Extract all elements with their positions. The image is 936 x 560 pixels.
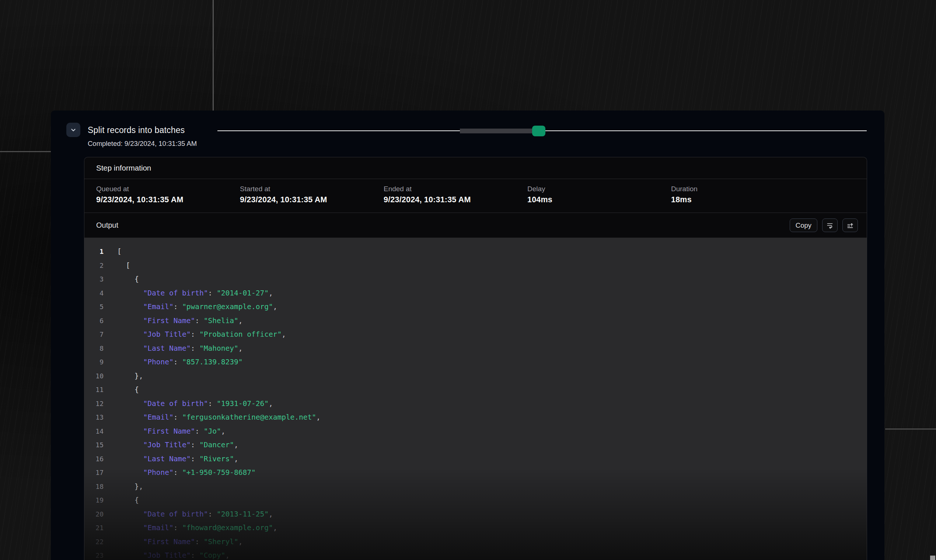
meta-label: Delay <box>527 185 671 194</box>
screen: Split records into batches Completed: 9/… <box>0 0 936 560</box>
scroll-top-icon <box>847 222 854 229</box>
meta-started-at: Started at 9/23/2024, 10:31:35 AM <box>240 185 383 212</box>
meta-label: Queued at <box>96 185 240 194</box>
code-line: 4 "Date of birth": "2014-01-27", <box>85 286 867 300</box>
meta-label: Ended at <box>383 185 527 194</box>
code-line: 21 "Email": "fhoward@example.org", <box>85 521 867 535</box>
code-line: 1[ <box>85 245 867 258</box>
code-block: 1[2 [3 {4 "Date of birth": "2014-01-27",… <box>85 245 867 560</box>
output-header-bar: Output Copy <box>85 213 867 238</box>
code-line: 12 "Date of birth": "1931-07-26", <box>85 397 867 411</box>
code-line: 14 "First Name": "Jo", <box>85 425 867 438</box>
run-timeline-segment <box>460 129 532 133</box>
code-line: 22 "First Name": "Sheryl", <box>85 535 867 549</box>
output-title: Output <box>96 221 118 229</box>
code-line: 16 "Last Name": "Rivers", <box>85 452 867 466</box>
code-line: 8 "Last Name": "Mahoney", <box>85 342 867 355</box>
output-actions: Copy <box>790 218 858 232</box>
meta-value: 18ms <box>671 195 815 205</box>
collapse-step-button[interactable] <box>66 123 80 137</box>
meta-label: Duration <box>671 185 815 194</box>
copy-button-label: Copy <box>796 222 811 229</box>
code-line: 5 "Email": "pwarner@example.org", <box>85 300 867 314</box>
copy-button[interactable]: Copy <box>790 218 817 232</box>
meta-duration: Duration 18ms <box>671 185 815 212</box>
meta-delay: Delay 104ms <box>527 185 671 212</box>
code-line: 3 { <box>85 272 867 286</box>
code-line: 11 { <box>85 383 867 397</box>
meta-queued-at: Queued at 9/23/2024, 10:31:35 AM <box>96 185 240 212</box>
step-info-title: Step information <box>96 163 151 172</box>
code-line: 9 "Phone": "857.139.8239" <box>85 355 867 369</box>
step-information-card: Step information Queued at 9/23/2024, 10… <box>84 157 867 560</box>
meta-label: Started at <box>240 185 383 194</box>
background-horizontal-line-left <box>0 151 51 152</box>
code-line: 7 "Job Title": "Probation officer", <box>85 328 867 342</box>
wrap-text-button[interactable] <box>822 218 837 232</box>
step-info-meta-row: Queued at 9/23/2024, 10:31:35 AM Started… <box>85 179 867 213</box>
chevron-down-icon <box>70 127 77 133</box>
scroll-top-button[interactable] <box>842 218 858 232</box>
step-title: Split records into batches <box>88 125 185 135</box>
code-line: 15 "Job Title": "Dancer", <box>85 438 867 452</box>
meta-value: 9/23/2024, 10:31:35 AM <box>240 195 383 205</box>
step-detail-panel: Split records into batches Completed: 9/… <box>51 111 884 560</box>
run-timeline-handle[interactable] <box>532 126 545 136</box>
code-line: 19 { <box>85 493 867 507</box>
meta-value: 104ms <box>527 195 671 205</box>
meta-value: 9/23/2024, 10:31:35 AM <box>383 195 527 205</box>
code-line: 17 "Phone": "+1-950-759-8687" <box>85 466 867 480</box>
step-info-header: Step information <box>85 157 867 179</box>
code-line: 13 "Email": "fergusonkatherine@example.n… <box>85 411 867 425</box>
code-line: 23 "Job Title": "Copy", <box>85 549 867 560</box>
meta-ended-at: Ended at 9/23/2024, 10:31:35 AM <box>383 185 527 212</box>
meta-value: 9/23/2024, 10:31:35 AM <box>96 195 240 205</box>
background-vertical-line <box>212 0 214 111</box>
step-completed-text: Completed: 9/23/2024, 10:31:35 AM <box>88 140 197 148</box>
code-line: 2 [ <box>85 258 867 272</box>
code-line: 18 }, <box>85 480 867 494</box>
code-line: 20 "Date of birth": "2013-11-25", <box>85 507 867 521</box>
scroll-corner-nub <box>930 555 935 560</box>
output-code-viewer[interactable]: 1[2 [3 {4 "Date of birth": "2014-01-27",… <box>85 238 867 560</box>
code-line: 10 }, <box>85 369 867 383</box>
wrap-text-icon <box>826 222 834 229</box>
code-line: 6 "First Name": "Shelia", <box>85 314 867 328</box>
background-horizontal-line-right <box>885 428 936 429</box>
